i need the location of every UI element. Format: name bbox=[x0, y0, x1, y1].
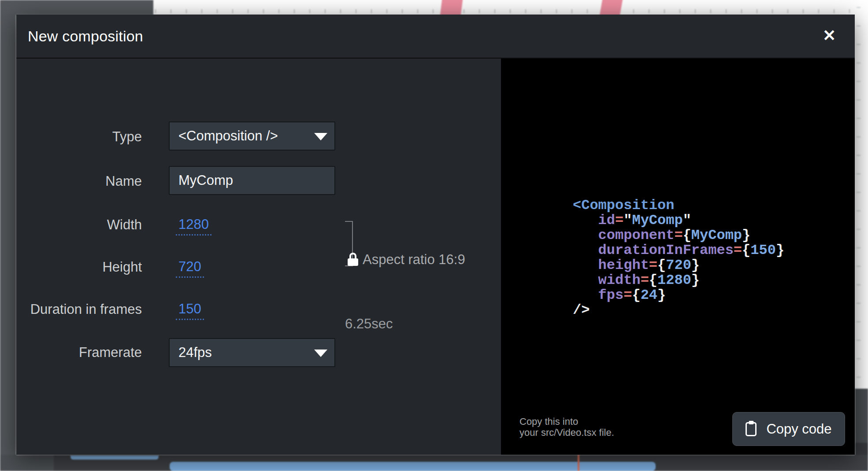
duration-value[interactable]: 150 bbox=[176, 301, 204, 320]
height-value[interactable]: 720 bbox=[176, 258, 204, 278]
width-label: Width bbox=[16, 216, 142, 234]
preview-pink-shape-left bbox=[440, 0, 463, 16]
height-label: Height bbox=[16, 258, 142, 276]
name-label: Name bbox=[16, 173, 142, 190]
lock-icon bbox=[348, 253, 358, 266]
timeline-track-bar bbox=[170, 462, 656, 471]
dialog-title: New composition bbox=[28, 15, 143, 58]
width-value[interactable]: 1280 bbox=[176, 216, 211, 236]
composition-form-panel: Type <Composition /> Name Width 1280 Hei… bbox=[16, 59, 501, 455]
new-composition-dialog: New composition ✕ Type <Composition /> N… bbox=[16, 15, 855, 455]
copy-code-button-label: Copy code bbox=[766, 421, 831, 437]
code-preview-panel: <Composition id="MyComp" component={MyCo… bbox=[501, 59, 855, 455]
composition-code-snippet: <Composition id="MyComp" component={MyCo… bbox=[573, 198, 784, 318]
copy-hint-line1: Copy this into bbox=[519, 416, 614, 427]
dialog-header: New composition ✕ bbox=[16, 15, 855, 59]
aspect-ratio-bracket-top bbox=[345, 221, 353, 222]
copy-code-button[interactable]: Copy code bbox=[732, 412, 845, 446]
background-right-panel bbox=[855, 389, 868, 443]
chevron-down-icon bbox=[314, 133, 327, 140]
close-icon[interactable]: ✕ bbox=[819, 25, 840, 46]
top-bar-background bbox=[0, 0, 153, 15]
copy-hint-line2: your src/Video.tsx file. bbox=[519, 427, 614, 438]
copy-hint-text: Copy this into your src/Video.tsx file. bbox=[519, 416, 614, 438]
type-select-value: <Composition /> bbox=[178, 128, 278, 144]
timeline-left-background bbox=[0, 455, 54, 471]
left-sidebar-strip bbox=[0, 15, 16, 471]
framerate-label: Framerate bbox=[16, 344, 142, 361]
type-select[interactable]: <Composition /> bbox=[169, 121, 335, 151]
type-label: Type bbox=[16, 128, 142, 146]
framerate-select-value: 24fps bbox=[178, 345, 212, 361]
chevron-down-icon bbox=[314, 350, 327, 357]
duration-label: Duration in frames bbox=[16, 301, 142, 318]
name-input[interactable] bbox=[169, 166, 335, 195]
preview-pink-shape-right bbox=[599, 0, 623, 16]
timeline-playhead bbox=[578, 455, 579, 471]
aspect-ratio-label: Aspect ratio 16:9 bbox=[363, 251, 465, 269]
ruler-right bbox=[857, 7, 861, 386]
framerate-select[interactable]: 24fps bbox=[169, 338, 335, 367]
timeline-track-button bbox=[70, 456, 159, 460]
timeline-ruler-top bbox=[155, 9, 855, 13]
clipboard-icon bbox=[746, 422, 757, 436]
duration-seconds-label: 6.25sec bbox=[345, 315, 393, 333]
